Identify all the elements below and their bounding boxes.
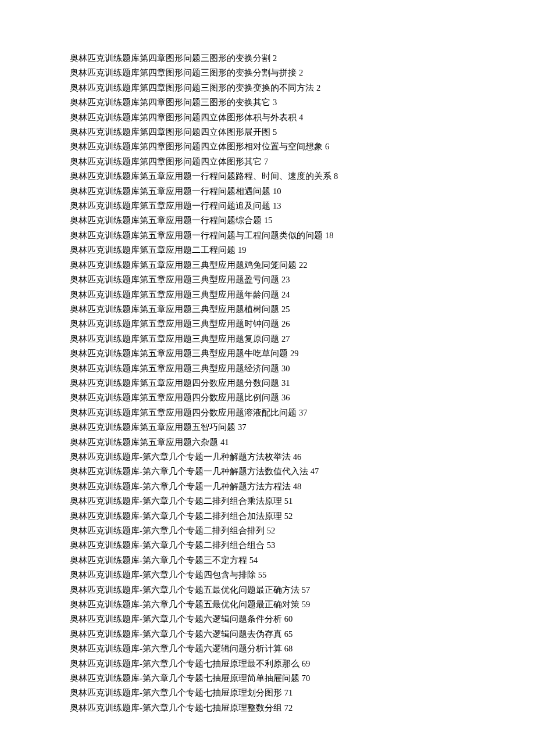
toc-entry-page: 69	[302, 659, 311, 668]
toc-entry-title: 奥林匹克训练题库第五章应用题四分数应用题比例问题	[70, 393, 279, 402]
toc-entry: 奥林匹克训练题库第五章应用题六杂题41	[70, 435, 465, 450]
toc-entry-title: 奥林匹克训练题库第四章图形问题四立体图形体积与外表积	[70, 113, 297, 122]
toc-entry: 奥林匹克训练题库第四章图形问题三图形的变换分割2	[70, 51, 465, 66]
toc-entry-page: 53	[267, 540, 276, 550]
toc-entry: 奥林匹克训练题库第四章图形问题四立体图形其它7	[70, 155, 465, 169]
toc-entry-page: 51	[284, 496, 293, 506]
toc-entry-title: 奥林匹克训练题库第五章应用题四分数应用题分数问题	[70, 378, 279, 388]
toc-entry-title: 奥林匹克训练题库第四章图形问题三图形的变换变换的不同方法	[70, 83, 314, 92]
toc-entry: 奥林匹克训练题库第四章图形问题三图形的变换其它3	[70, 95, 465, 110]
toc-entry-title: 奥林匹克训练题库第四章图形问题三图形的变换分割与拼接	[70, 68, 297, 77]
toc-entry-title: 奥林匹克训练题库第四章图形问题四立体图形其它	[70, 157, 262, 166]
toc-entry-page: 71	[284, 688, 293, 697]
toc-entry-page: 8	[334, 171, 338, 181]
table-of-contents: 奥林匹克训练题库第四章图形问题三图形的变换分割2奥林匹克训练题库第四章图形问题三…	[70, 51, 465, 715]
toc-entry-page: 59	[302, 600, 311, 609]
toc-entry-page: 2	[299, 68, 303, 77]
toc-entry: 奥林匹克训练题库-第六章几个专题五最优化问题最正确方法57	[70, 583, 465, 597]
toc-entry: 奥林匹克训练题库-第六章几个专题一几种解题方法方程法48	[70, 479, 465, 494]
toc-entry: 奥林匹克训练题库-第六章几个专题二排列组合排列52	[70, 524, 465, 538]
toc-entry: 奥林匹克训练题库第五章应用题三典型应用题经济问题30	[70, 361, 465, 376]
toc-entry-title: 奥林匹克训练题库第五章应用题三典型应用题牛吃草问题	[70, 349, 288, 358]
toc-entry-page: 52	[267, 526, 276, 535]
toc-entry-page: 25	[281, 304, 290, 314]
toc-entry-title: 奥林匹克训练题库-第六章几个专题二排列组合加法原理	[70, 511, 282, 521]
toc-entry-title: 奥林匹克训练题库第四章图形问题三图形的变换分割	[70, 53, 270, 63]
toc-entry: 奥林匹克训练题库-第六章几个专题六逻辑问题分析计算68	[70, 642, 465, 656]
toc-entry: 奥林匹克训练题库第四章图形问题四立体图形相对位置与空间想象6	[70, 139, 465, 154]
toc-entry-title: 奥林匹克训练题库第五章应用题一行程问题相遇问题	[70, 187, 270, 196]
toc-entry-title: 奥林匹克训练题库-第六章几个专题五最优化问题最正确方法	[70, 585, 299, 594]
toc-entry-page: 27	[281, 334, 290, 343]
toc-entry: 奥林匹克训练题库-第六章几个专题二排列组合组合53	[70, 538, 465, 553]
toc-entry-page: 2	[273, 53, 277, 63]
toc-entry-title: 奥林匹克训练题库-第六章几个专题五最优化问题最正确对策	[70, 600, 299, 609]
toc-entry-page: 6	[325, 142, 329, 151]
toc-entry-title: 奥林匹克训练题库第五章应用题六杂题	[70, 438, 218, 447]
toc-entry-title: 奥林匹克训练题库-第六章几个专题六逻辑问题条件分析	[70, 614, 282, 624]
toc-entry-title: 奥林匹克训练题库-第六章几个专题七抽屉原理划分图形	[70, 688, 282, 697]
toc-entry-page: 54	[249, 556, 258, 565]
toc-entry-title: 奥林匹克训练题库-第六章几个专题七抽屉原理最不利原那么	[70, 659, 299, 668]
toc-entry-page: 7	[264, 157, 268, 166]
toc-entry-page: 30	[281, 364, 290, 373]
toc-entry: 奥林匹克训练题库第五章应用题三典型应用题年龄问题24	[70, 288, 465, 302]
toc-entry-page: 26	[281, 319, 290, 328]
toc-entry: 奥林匹克训练题库第五章应用题三典型应用题植树问题25	[70, 302, 465, 317]
toc-entry-title: 奥林匹克训练题库-第六章几个专题一几种解题方法枚举法	[70, 452, 291, 461]
toc-entry-title: 奥林匹克训练题库第五章应用题三典型应用题复原问题	[70, 334, 279, 343]
toc-entry: 奥林匹克训练题库第五章应用题一行程问题综合题15	[70, 213, 465, 228]
toc-entry-page: 48	[293, 482, 302, 491]
toc-entry-page: 24	[281, 290, 290, 299]
toc-entry: 奥林匹克训练题库第五章应用题二工程问题19	[70, 243, 465, 257]
toc-entry: 奥林匹克训练题库-第六章几个专题七抽屉原理最不利原那么69	[70, 657, 465, 671]
toc-entry-title: 奥林匹克训练题库第五章应用题一行程问题追及问题	[70, 201, 270, 210]
toc-entry-page: 37	[299, 408, 308, 417]
toc-entry-page: 36	[281, 393, 290, 402]
toc-entry-title: 奥林匹克训练题库-第六章几个专题一几种解题方法方程法	[70, 482, 291, 491]
toc-entry-title: 奥林匹克训练题库-第六章几个专题一几种解题方法数值代入法	[70, 467, 308, 476]
toc-entry: 奥林匹克训练题库-第六章几个专题二排列组合加法原理52	[70, 509, 465, 524]
toc-entry: 奥林匹克训练题库-第六章几个专题一几种解题方法数值代入法47	[70, 464, 465, 479]
toc-entry: 奥林匹克训练题库第四章图形问题三图形的变换分割与拼接2	[70, 66, 465, 80]
toc-entry-title: 奥林匹克训练题库第五章应用题一行程问题路程、时间、速度的关系	[70, 171, 331, 181]
toc-entry-page: 10	[273, 187, 281, 196]
toc-entry: 奥林匹克训练题库第五章应用题四分数应用题分数问题31	[70, 376, 465, 390]
toc-entry-title: 奥林匹克训练题库第五章应用题五智巧问题	[70, 422, 236, 432]
toc-entry: 奥林匹克训练题库第五章应用题三典型应用题时钟问题26	[70, 317, 465, 331]
toc-entry-page: 4	[299, 113, 303, 122]
toc-entry-title: 奥林匹克训练题库第四章图形问题三图形的变换其它	[70, 98, 270, 107]
toc-entry-page: 3	[273, 98, 277, 107]
toc-entry: 奥林匹克训练题库第四章图形问题四立体图形体积与外表积4	[70, 110, 465, 125]
toc-entry-title: 奥林匹克训练题库-第六章几个专题二排列组合排列	[70, 526, 265, 535]
toc-entry-page: 55	[258, 570, 267, 579]
toc-entry-title: 奥林匹克训练题库第五章应用题四分数应用题溶液配比问题	[70, 408, 297, 417]
toc-entry-page: 19	[238, 245, 247, 255]
toc-entry: 奥林匹克训练题库第五章应用题三典型应用题复原问题27	[70, 332, 465, 346]
toc-entry-page: 15	[264, 216, 273, 225]
toc-entry-title: 奥林匹克训练题库第五章应用题三典型应用题盈亏问题	[70, 275, 279, 284]
toc-entry: 奥林匹克训练题库第四章图形问题四立体图形展开图5	[70, 125, 465, 139]
toc-entry: 奥林匹克训练题库第五章应用题一行程问题路程、时间、速度的关系8	[70, 169, 465, 184]
toc-entry: 奥林匹克训练题库-第六章几个专题一几种解题方法枚举法46	[70, 450, 465, 464]
toc-entry-page: 2	[316, 83, 320, 92]
toc-entry: 奥林匹克训练题库第五章应用题四分数应用题溶液配比问题37	[70, 406, 465, 420]
toc-entry-title: 奥林匹克训练题库第四章图形问题四立体图形相对位置与空间想象	[70, 142, 323, 151]
toc-entry-page: 72	[284, 703, 293, 712]
toc-entry-title: 奥林匹克训练题库-第六章几个专题六逻辑问题分析计算	[70, 644, 282, 653]
toc-entry-page: 23	[281, 275, 290, 284]
toc-entry-page: 70	[302, 673, 311, 683]
toc-entry-title: 奥林匹克训练题库-第六章几个专题三不定方程	[70, 556, 247, 565]
toc-entry-page: 57	[302, 585, 311, 594]
toc-entry-title: 奥林匹克训练题库-第六章几个专题七抽屉原理整数分组	[70, 703, 282, 712]
toc-entry-title: 奥林匹克训练题库-第六章几个专题七抽屉原理简单抽屉问题	[70, 673, 299, 683]
toc-entry-title: 奥林匹克训练题库第四章图形问题四立体图形展开图	[70, 127, 270, 137]
toc-entry: 奥林匹克训练题库第五章应用题一行程问题追及问题13	[70, 199, 465, 213]
toc-entry-page: 29	[290, 349, 299, 358]
toc-entry: 奥林匹克训练题库第五章应用题三典型应用题牛吃草问题29	[70, 346, 465, 361]
toc-entry: 奥林匹克训练题库-第六章几个专题六逻辑问题去伪存真65	[70, 627, 465, 642]
toc-entry-title: 奥林匹克训练题库-第六章几个专题二排列组合组合	[70, 540, 265, 550]
toc-entry-page: 46	[293, 452, 302, 461]
toc-entry: 奥林匹克训练题库第五章应用题五智巧问题37	[70, 420, 465, 435]
toc-entry-page: 41	[220, 438, 229, 447]
